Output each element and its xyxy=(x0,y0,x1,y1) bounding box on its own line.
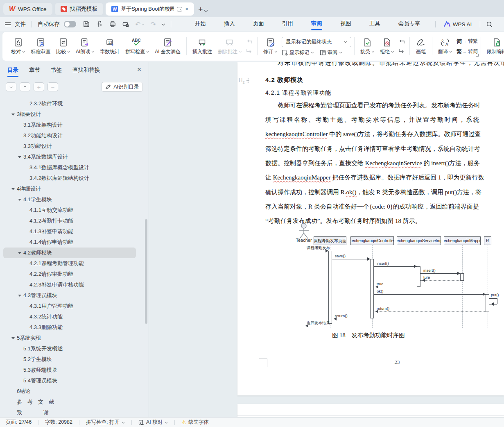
toc-item[interactable]: 4.1学生模块 xyxy=(3,194,136,205)
menu-tab-start[interactable]: 开始 xyxy=(186,17,215,31)
collapse-caret-icon[interactable] xyxy=(18,199,21,201)
menu-tab-view[interactable]: 视图 xyxy=(331,17,360,31)
toc-item[interactable]: 4.1.2考勤打卡功能 xyxy=(3,216,136,226)
sidebar-tab-toc[interactable]: 目录 xyxy=(7,62,18,79)
toc-item[interactable]: 3.4.2数据库逻辑结构设计 xyxy=(3,173,136,184)
save-icon[interactable] xyxy=(83,20,90,28)
collapse-caret-icon[interactable] xyxy=(11,188,15,190)
toc-expand-button[interactable] xyxy=(6,82,16,91)
spell-check-button[interactable]: ABC 拼写检查 xyxy=(122,34,152,59)
toc-item[interactable]: 4.2.2请假审批功能 xyxy=(3,269,136,279)
toc-item[interactable]: 3.2功能结构设计 xyxy=(3,130,136,141)
menu-tab-insert[interactable]: 插入 xyxy=(215,17,244,31)
toc-item[interactable]: 4.3.1用户管理功能 xyxy=(3,301,136,311)
toc-item[interactable]: 致 谢 xyxy=(3,407,136,415)
toc-item[interactable]: 4.3管理员模块 xyxy=(3,290,136,301)
toc-item[interactable]: 5.2学生模块 xyxy=(3,354,136,365)
ai-recognize-toc-button[interactable]: AI识别目录 xyxy=(102,82,143,92)
toc-item[interactable]: 4.2.1课程考勤管理功能 xyxy=(3,258,136,269)
toc-item[interactable]: 4.2教师模块 xyxy=(3,248,136,258)
export-pdf-icon[interactable] xyxy=(96,20,103,28)
collapse-caret-icon[interactable] xyxy=(18,252,21,254)
collapse-caret-icon[interactable] xyxy=(11,337,15,339)
tab-widget-icon[interactable] xyxy=(177,7,182,11)
toc-item[interactable]: 参 考 文 献 xyxy=(3,397,136,407)
compare-button[interactable]: 比较 xyxy=(53,34,73,59)
toc-item[interactable]: 3.1系统架构设计 xyxy=(3,120,136,130)
collapse-caret-icon[interactable] xyxy=(18,156,21,158)
translate-button[interactable]: 文A 翻译 xyxy=(435,34,455,59)
ai-proofread-status[interactable]: AI 校对 xyxy=(138,419,168,426)
tab-docer-templates[interactable]: 找稻壳模板 xyxy=(55,3,104,15)
menu-tab-review[interactable]: 审阅 xyxy=(302,17,331,31)
show-markup-button[interactable]: 显示标记 xyxy=(282,49,314,56)
toc-item[interactable]: 4.1.3补签申请功能 xyxy=(3,226,136,237)
restrict-editing-button[interactable]: 限制编辑 xyxy=(484,34,504,59)
translate-dialog-launcher-icon[interactable] xyxy=(476,54,479,57)
to-simplified-button[interactable]: 繁→ 转简 xyxy=(457,48,478,55)
toc-item[interactable]: 4.3.3删除功能 xyxy=(3,322,136,333)
sidebar-tab-find-replace[interactable]: 查找和替换 xyxy=(72,62,100,79)
collapse-caret-icon[interactable] xyxy=(11,114,15,116)
next-change-icon[interactable] xyxy=(398,48,405,53)
toc-item[interactable]: 5系统实现 xyxy=(3,333,136,343)
menu-tab-tools[interactable]: 工具 xyxy=(360,17,389,31)
markup-state-select[interactable]: 显示标记的最终状态 xyxy=(282,37,351,47)
word-count-button[interactable]: 12 字数统计 xyxy=(97,34,122,59)
toc-item[interactable]: 4.1.1互动交流功能 xyxy=(3,205,136,216)
document-page[interactable]: 对未审核的申请进行修改或删除。审批结果通过系统反馈给学生，无需再次审核流程 H2… xyxy=(237,62,504,395)
sidebar-tab-bookmarks[interactable]: 书签 xyxy=(51,62,62,79)
menu-tab-member[interactable]: 会员专享 xyxy=(389,17,429,31)
new-tab-button[interactable]: + xyxy=(198,5,203,14)
tab-close-icon[interactable]: × xyxy=(185,6,188,12)
toc-item[interactable]: 3.3功能设计 xyxy=(3,141,136,152)
toc-item[interactable]: 4.3.2统计功能 xyxy=(3,311,136,322)
autosave-toggle[interactable] xyxy=(64,21,76,27)
file-menu[interactable]: 文件 xyxy=(15,20,26,28)
sidebar-tab-chapters[interactable]: 章节 xyxy=(29,62,40,79)
insert-comment-button[interactable]: 插入批注 xyxy=(190,34,215,59)
sidebar-scrollbar[interactable] xyxy=(145,219,147,324)
standard-review-button[interactable]: 标准审查 xyxy=(28,34,53,59)
toc-item[interactable]: 5.4管理员模块 xyxy=(3,375,136,386)
word-count-status[interactable]: 字数: 20982 xyxy=(45,419,72,426)
tab-document[interactable]: W 基于Spring Boot的校园学生 × xyxy=(106,2,194,16)
toc-item[interactable]: 5.3教师端模块 xyxy=(3,365,136,375)
toc-item[interactable]: 4.1.4请假申请功能 xyxy=(3,237,136,248)
track-changes-button[interactable]: 修订 xyxy=(260,34,280,59)
drag-handle-icon[interactable] xyxy=(246,78,249,83)
quickbar-more-chevron-icon[interactable] xyxy=(162,23,165,26)
toc-collapse-button[interactable] xyxy=(20,82,30,91)
menu-tab-reference[interactable]: 引用 xyxy=(273,17,302,31)
toc-item[interactable]: 5.1系统开发概述 xyxy=(3,343,136,354)
proofread-button[interactable]: 校对 xyxy=(8,34,28,59)
toc-item[interactable]: 3.4.1数据库概念模型设计 xyxy=(3,162,136,173)
toc-item[interactable]: 3概要设计 xyxy=(3,109,136,120)
collapse-caret-icon[interactable] xyxy=(18,295,21,297)
ai-read-button[interactable]: AI朗读 xyxy=(73,34,97,59)
previous-change-icon[interactable] xyxy=(398,39,405,45)
print-preview-icon[interactable] xyxy=(122,20,129,28)
toc-item[interactable]: 3.4系统数据库设计 xyxy=(3,152,136,162)
toc-item[interactable]: 4详细设计 xyxy=(3,184,136,194)
menu-tab-page[interactable]: 页面 xyxy=(244,17,273,31)
toc-item[interactable]: 4.2.3补签申请审核功能 xyxy=(3,279,136,290)
reject-button[interactable]: 拒绝 xyxy=(377,34,397,59)
accept-button[interactable]: 接受 xyxy=(357,34,377,59)
review-pane-button[interactable]: 审阅 xyxy=(320,49,342,56)
toc-item[interactable]: 2.3.2软件环境 xyxy=(3,98,136,109)
pen-button[interactable]: 画笔 xyxy=(413,34,429,59)
print-icon[interactable] xyxy=(109,20,116,28)
spell-check-status[interactable]: 拼写检查: 打开 xyxy=(86,419,125,426)
missing-font-warning[interactable]: ⚠ 缺失字体 xyxy=(181,419,209,426)
toc-item[interactable]: 6结论 xyxy=(3,386,136,397)
to-traditional-button[interactable]: 简→ 转繁 xyxy=(457,38,478,45)
search-icon[interactable] xyxy=(486,21,493,28)
wps-ai-button[interactable]: WPS AI xyxy=(444,21,472,27)
tab-list-chevron-icon[interactable] xyxy=(204,9,208,12)
hamburger-icon[interactable] xyxy=(5,22,11,26)
sidebar-close-icon[interactable]: × xyxy=(137,66,141,74)
heading-level-marker[interactable]: H2 xyxy=(239,77,249,84)
tab-wps-office[interactable]: W WPS Office xyxy=(3,3,52,15)
ai-polish-button[interactable]: AI 全文润色 xyxy=(152,34,183,59)
